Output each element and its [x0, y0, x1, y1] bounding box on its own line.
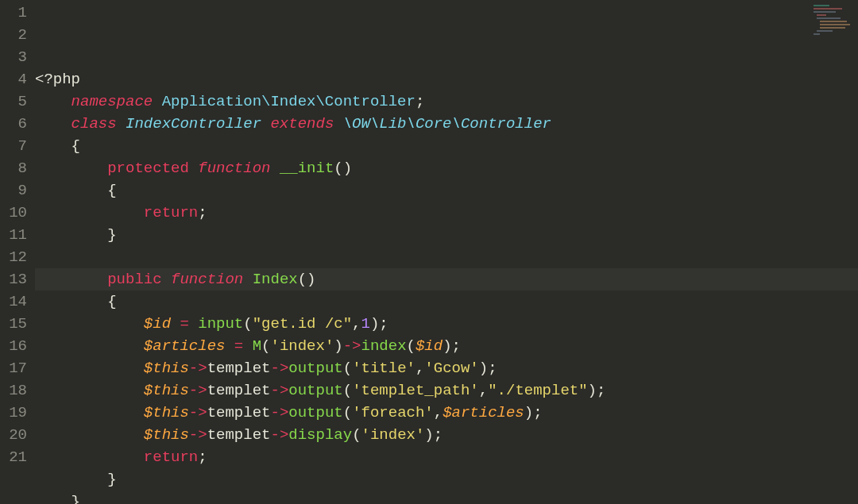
token — [225, 337, 234, 355]
token: protected — [107, 160, 189, 177]
token: , — [415, 360, 424, 377]
code-line: $this->templet->display('index'); — [35, 424, 858, 446]
token: , — [434, 404, 443, 421]
token — [153, 93, 161, 110]
token — [243, 337, 252, 355]
token: ); — [370, 315, 388, 333]
token: ( — [407, 337, 415, 355]
code-line — [35, 246, 858, 268]
token: $this — [144, 382, 189, 399]
token: IndexController — [126, 115, 261, 133]
token: = — [234, 337, 243, 355]
line-number: 9 — [0, 179, 27, 202]
token — [171, 315, 180, 333]
code-area[interactable]: <?php namespace Application\Index\Contro… — [35, 0, 858, 504]
code-line: return; — [35, 446, 858, 468]
token — [35, 448, 144, 466]
code-line: { — [35, 135, 858, 157]
token — [35, 137, 72, 155]
token — [189, 315, 198, 333]
token: -> — [270, 426, 288, 444]
token — [35, 404, 144, 421]
token — [35, 426, 144, 444]
code-line: $this->templet->output('title','Gcow'); — [35, 357, 858, 379]
token: templet — [207, 360, 271, 377]
token — [270, 160, 279, 177]
token: ; — [198, 204, 207, 221]
line-number: 13 — [0, 268, 27, 290]
code-line: $this->templet->output('foreach',$articl… — [35, 402, 858, 424]
token — [243, 271, 252, 288]
line-number: 21 — [0, 446, 27, 468]
token: output — [288, 382, 342, 399]
token: input — [198, 315, 243, 333]
token — [162, 271, 171, 288]
code-line: protected function __init() — [35, 157, 858, 179]
token: -> — [270, 360, 288, 377]
token — [35, 204, 144, 221]
code-line: class IndexController extends \OW\Lib\Co… — [35, 113, 858, 135]
token: extends — [270, 115, 334, 133]
line-number: 5 — [0, 90, 27, 113]
token: index — [361, 337, 407, 355]
line-number: 15 — [0, 313, 27, 335]
code-content: <?php namespace Application\Index\Contro… — [35, 68, 858, 504]
token: ; — [415, 93, 424, 110]
token: -> — [270, 382, 288, 399]
token: ); — [479, 360, 497, 377]
token: -> — [270, 404, 288, 421]
line-number: 1 — [0, 2, 27, 24]
token — [35, 471, 107, 488]
token: 'Gcow' — [424, 360, 478, 377]
token: $articles — [443, 404, 524, 421]
token — [35, 160, 107, 177]
token: \OW\Lib\Core\Controller — [343, 115, 551, 133]
token: ); — [588, 382, 606, 399]
line-number: 16 — [0, 335, 27, 357]
token: templet — [207, 426, 271, 444]
line-number: 6 — [0, 113, 27, 135]
line-number: 11 — [0, 224, 27, 246]
token — [117, 115, 126, 133]
code-editor[interactable]: 123456789101112131415161718192021 <?php … — [0, 0, 858, 504]
token: 'title' — [352, 360, 415, 377]
token: 'index' — [361, 426, 425, 444]
token: ); — [424, 426, 443, 444]
token — [35, 271, 107, 288]
token — [35, 493, 72, 504]
token — [35, 226, 107, 244]
token: , — [479, 382, 488, 399]
code-line: <?php — [35, 68, 858, 90]
code-line: } — [35, 468, 858, 491]
token — [35, 115, 72, 133]
token — [35, 293, 107, 310]
line-number: 19 — [0, 402, 27, 424]
token: ( — [243, 315, 252, 333]
token: ( — [343, 404, 352, 421]
line-number: 12 — [0, 246, 27, 268]
token: 1 — [361, 315, 370, 333]
token: templet — [207, 404, 271, 421]
token — [35, 382, 144, 399]
token: $id — [144, 315, 171, 333]
token: -> — [189, 404, 207, 421]
token: -> — [189, 426, 207, 444]
token: return — [144, 204, 198, 221]
minimap[interactable] — [812, 3, 855, 51]
token: "get.id /c" — [253, 315, 352, 333]
token: public — [107, 271, 161, 288]
token: "./templet" — [488, 382, 587, 399]
token: $this — [144, 360, 189, 377]
token: namespace — [72, 93, 153, 110]
token — [261, 115, 270, 133]
code-line: $this->templet->output('templet_path',".… — [35, 379, 858, 402]
token: ( — [343, 360, 352, 377]
token: } — [107, 471, 116, 488]
code-line: namespace Application\Index\Controller; — [35, 90, 858, 113]
line-number: 7 — [0, 135, 27, 157]
token: __init — [280, 160, 334, 177]
token: Application\Index\Controller — [162, 93, 415, 110]
line-number: 8 — [0, 157, 27, 179]
line-number: 4 — [0, 68, 27, 90]
token: output — [288, 404, 342, 421]
